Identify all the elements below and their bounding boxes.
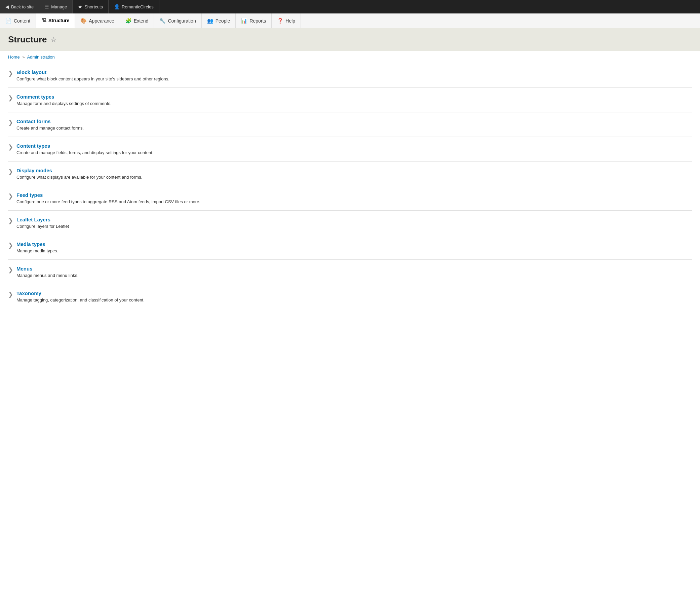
shortcuts-label: Shortcuts	[84, 4, 103, 9]
menus-expand-icon[interactable]: ❯	[8, 266, 13, 274]
display-modes-description: Configure what displays are available fo…	[17, 175, 142, 180]
leaflet-layers-description: Configure layers for Leaflet	[17, 224, 69, 229]
menus-link[interactable]: Menus	[17, 266, 78, 272]
content-nav-icon: 📄	[5, 18, 12, 24]
people-nav-icon: 👥	[207, 18, 214, 24]
back-icon: ◀	[5, 4, 9, 9]
feed-types-expand-icon[interactable]: ❯	[8, 192, 13, 200]
manage-button[interactable]: ☰ Manage	[39, 0, 73, 14]
media-types-description: Manage media types.	[17, 248, 58, 253]
structure-list: ❯Block layoutConfigure what block conten…	[0, 63, 700, 309]
leaflet-layers-link[interactable]: Leaflet Layers	[17, 217, 69, 223]
feed-types-description: Configure one or more feed types to aggr…	[17, 199, 200, 204]
menus-body: MenusManage menus and menu links.	[17, 266, 78, 278]
structure-item-contact-forms: ❯Contact formsCreate and manage contact …	[8, 112, 692, 137]
feed-types-link[interactable]: Feed types	[17, 192, 200, 198]
structure-item-comment-types: ❯Comment typesManage form and displays s…	[8, 88, 692, 112]
user-button[interactable]: 👤 RomanticCircles	[109, 0, 159, 14]
configuration-nav-label: Configuration	[168, 18, 196, 24]
favorite-star-icon[interactable]: ☆	[50, 36, 57, 44]
breadcrumb-home[interactable]: Home	[8, 55, 20, 60]
reports-nav-icon: 📊	[241, 18, 247, 24]
comment-types-expand-icon[interactable]: ❯	[8, 94, 13, 102]
nav-item-extend[interactable]: 🧩Extend	[120, 14, 154, 28]
taxonomy-description: Manage tagging, categorization, and clas…	[17, 297, 145, 302]
content-types-expand-icon[interactable]: ❯	[8, 143, 13, 151]
back-to-site-label: Back to site	[11, 4, 34, 9]
comment-types-body: Comment typesManage form and displays se…	[17, 94, 112, 106]
leaflet-layers-expand-icon[interactable]: ❯	[8, 217, 13, 225]
comment-types-link[interactable]: Comment types	[17, 94, 112, 100]
contact-forms-link[interactable]: Contact forms	[17, 119, 84, 124]
taxonomy-link[interactable]: Taxonomy	[17, 290, 145, 296]
main-nav: 📄Content🏗Structure🎨Appearance🧩Extend🔧Con…	[0, 14, 700, 28]
structure-item-media-types: ❯Media typesManage media types.	[8, 235, 692, 260]
help-nav-icon: ❓	[277, 18, 283, 24]
media-types-expand-icon[interactable]: ❯	[8, 242, 13, 249]
nav-item-reports[interactable]: 📊Reports	[236, 14, 272, 28]
block-layout-description: Configure what block content appears in …	[17, 76, 170, 81]
structure-item-block-layout: ❯Block layoutConfigure what block conten…	[8, 63, 692, 88]
structure-item-taxonomy: ❯TaxonomyManage tagging, categorization,…	[8, 284, 692, 309]
structure-item-leaflet-layers: ❯Leaflet LayersConfigure layers for Leaf…	[8, 211, 692, 235]
content-types-link[interactable]: Content types	[17, 143, 154, 149]
leaflet-layers-body: Leaflet LayersConfigure layers for Leafl…	[17, 217, 69, 229]
media-types-body: Media typesManage media types.	[17, 241, 58, 253]
breadcrumb: Home » Administration	[0, 51, 700, 63]
back-to-site-button[interactable]: ◀ Back to site	[0, 0, 39, 14]
structure-item-display-modes: ❯Display modesConfigure what displays ar…	[8, 162, 692, 186]
breadcrumb-separator: »	[22, 55, 25, 60]
contact-forms-expand-icon[interactable]: ❯	[8, 119, 13, 126]
media-types-link[interactable]: Media types	[17, 241, 58, 247]
configuration-nav-icon: 🔧	[159, 18, 166, 24]
structure-item-feed-types: ❯Feed typesConfigure one or more feed ty…	[8, 186, 692, 211]
display-modes-body: Display modesConfigure what displays are…	[17, 168, 142, 180]
block-layout-link[interactable]: Block layout	[17, 69, 170, 75]
content-types-body: Content typesCreate and manage fields, f…	[17, 143, 154, 155]
contact-forms-body: Contact formsCreate and manage contact f…	[17, 119, 84, 130]
content-nav-label: Content	[14, 18, 30, 24]
page-header: Structure ☆	[0, 28, 700, 51]
taxonomy-body: TaxonomyManage tagging, categorization, …	[17, 290, 145, 302]
display-modes-expand-icon[interactable]: ❯	[8, 168, 13, 175]
structure-item-content-types: ❯Content typesCreate and manage fields, …	[8, 137, 692, 162]
contact-forms-description: Create and manage contact forms.	[17, 126, 84, 130]
nav-item-structure[interactable]: 🏗Structure	[36, 14, 75, 28]
nav-item-configuration[interactable]: 🔧Configuration	[154, 14, 201, 28]
comment-types-description: Manage form and displays settings of com…	[17, 101, 112, 106]
page-title: Structure	[8, 34, 47, 45]
nav-item-people[interactable]: 👥People	[202, 14, 236, 28]
menus-description: Manage menus and menu links.	[17, 273, 78, 278]
people-nav-label: People	[216, 18, 230, 24]
block-layout-expand-icon[interactable]: ❯	[8, 70, 13, 77]
nav-item-appearance[interactable]: 🎨Appearance	[75, 14, 120, 28]
help-nav-label: Help	[285, 18, 295, 24]
block-layout-body: Block layoutConfigure what block content…	[17, 69, 170, 81]
structure-nav-icon: 🏗	[41, 18, 46, 23]
feed-types-body: Feed typesConfigure one or more feed typ…	[17, 192, 200, 204]
extend-nav-label: Extend	[134, 18, 149, 24]
nav-item-content[interactable]: 📄Content	[0, 14, 36, 28]
manage-label: Manage	[51, 4, 67, 9]
shortcuts-button[interactable]: ★ Shortcuts	[73, 0, 109, 14]
extend-nav-icon: 🧩	[125, 18, 132, 24]
content-types-description: Create and manage fields, forms, and dis…	[17, 150, 154, 155]
shortcuts-icon: ★	[78, 4, 82, 9]
appearance-nav-label: Appearance	[89, 18, 114, 24]
taxonomy-expand-icon[interactable]: ❯	[8, 291, 13, 298]
admin-toolbar: ◀ Back to site ☰ Manage ★ Shortcuts 👤 Ro…	[0, 0, 700, 14]
user-icon: 👤	[114, 4, 120, 9]
breadcrumb-admin[interactable]: Administration	[27, 55, 54, 60]
structure-nav-label: Structure	[48, 18, 69, 23]
user-label: RomanticCircles	[122, 4, 154, 9]
display-modes-link[interactable]: Display modes	[17, 168, 142, 173]
structure-item-menus: ❯MenusManage menus and menu links.	[8, 260, 692, 284]
reports-nav-label: Reports	[249, 18, 266, 24]
nav-item-help[interactable]: ❓Help	[272, 14, 301, 28]
appearance-nav-icon: 🎨	[80, 18, 87, 24]
manage-icon: ☰	[45, 4, 49, 9]
